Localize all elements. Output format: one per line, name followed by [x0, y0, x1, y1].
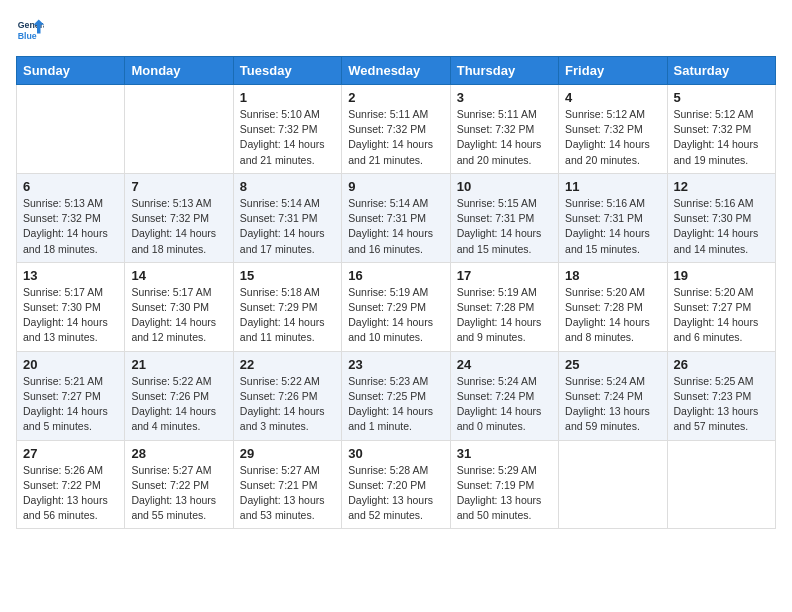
calendar-cell: 28Sunrise: 5:27 AM Sunset: 7:22 PM Dayli…: [125, 440, 233, 529]
calendar-cell: 10Sunrise: 5:15 AM Sunset: 7:31 PM Dayli…: [450, 173, 558, 262]
day-info: Sunrise: 5:11 AM Sunset: 7:32 PM Dayligh…: [457, 107, 552, 168]
day-number: 24: [457, 357, 552, 372]
day-info: Sunrise: 5:22 AM Sunset: 7:26 PM Dayligh…: [240, 374, 335, 435]
day-number: 21: [131, 357, 226, 372]
calendar-cell: 18Sunrise: 5:20 AM Sunset: 7:28 PM Dayli…: [559, 262, 667, 351]
weekday-header: Saturday: [667, 57, 775, 85]
day-info: Sunrise: 5:17 AM Sunset: 7:30 PM Dayligh…: [23, 285, 118, 346]
day-number: 13: [23, 268, 118, 283]
day-info: Sunrise: 5:14 AM Sunset: 7:31 PM Dayligh…: [348, 196, 443, 257]
day-number: 29: [240, 446, 335, 461]
day-info: Sunrise: 5:12 AM Sunset: 7:32 PM Dayligh…: [674, 107, 769, 168]
calendar-cell: 7Sunrise: 5:13 AM Sunset: 7:32 PM Daylig…: [125, 173, 233, 262]
calendar-cell: 20Sunrise: 5:21 AM Sunset: 7:27 PM Dayli…: [17, 351, 125, 440]
day-info: Sunrise: 5:27 AM Sunset: 7:21 PM Dayligh…: [240, 463, 335, 524]
calendar-week-row: 13Sunrise: 5:17 AM Sunset: 7:30 PM Dayli…: [17, 262, 776, 351]
calendar-cell: 15Sunrise: 5:18 AM Sunset: 7:29 PM Dayli…: [233, 262, 341, 351]
day-number: 1: [240, 90, 335, 105]
day-info: Sunrise: 5:17 AM Sunset: 7:30 PM Dayligh…: [131, 285, 226, 346]
calendar-cell: 29Sunrise: 5:27 AM Sunset: 7:21 PM Dayli…: [233, 440, 341, 529]
calendar-cell: 2Sunrise: 5:11 AM Sunset: 7:32 PM Daylig…: [342, 85, 450, 174]
calendar-cell: 19Sunrise: 5:20 AM Sunset: 7:27 PM Dayli…: [667, 262, 775, 351]
day-info: Sunrise: 5:16 AM Sunset: 7:31 PM Dayligh…: [565, 196, 660, 257]
day-info: Sunrise: 5:24 AM Sunset: 7:24 PM Dayligh…: [457, 374, 552, 435]
weekday-header: Thursday: [450, 57, 558, 85]
weekday-header: Sunday: [17, 57, 125, 85]
day-number: 26: [674, 357, 769, 372]
logo-icon: General Blue: [16, 16, 44, 44]
calendar-cell: 5Sunrise: 5:12 AM Sunset: 7:32 PM Daylig…: [667, 85, 775, 174]
weekday-header: Wednesday: [342, 57, 450, 85]
day-info: Sunrise: 5:23 AM Sunset: 7:25 PM Dayligh…: [348, 374, 443, 435]
day-info: Sunrise: 5:20 AM Sunset: 7:28 PM Dayligh…: [565, 285, 660, 346]
day-info: Sunrise: 5:14 AM Sunset: 7:31 PM Dayligh…: [240, 196, 335, 257]
calendar-cell: 14Sunrise: 5:17 AM Sunset: 7:30 PM Dayli…: [125, 262, 233, 351]
calendar-week-row: 27Sunrise: 5:26 AM Sunset: 7:22 PM Dayli…: [17, 440, 776, 529]
day-info: Sunrise: 5:25 AM Sunset: 7:23 PM Dayligh…: [674, 374, 769, 435]
day-info: Sunrise: 5:16 AM Sunset: 7:30 PM Dayligh…: [674, 196, 769, 257]
calendar-cell: 3Sunrise: 5:11 AM Sunset: 7:32 PM Daylig…: [450, 85, 558, 174]
calendar-cell: 27Sunrise: 5:26 AM Sunset: 7:22 PM Dayli…: [17, 440, 125, 529]
day-number: 18: [565, 268, 660, 283]
calendar-cell: [667, 440, 775, 529]
calendar-cell: [17, 85, 125, 174]
weekday-header: Friday: [559, 57, 667, 85]
day-number: 23: [348, 357, 443, 372]
day-number: 17: [457, 268, 552, 283]
svg-text:Blue: Blue: [18, 31, 37, 41]
weekday-header: Monday: [125, 57, 233, 85]
calendar-cell: 11Sunrise: 5:16 AM Sunset: 7:31 PM Dayli…: [559, 173, 667, 262]
calendar-cell: 16Sunrise: 5:19 AM Sunset: 7:29 PM Dayli…: [342, 262, 450, 351]
day-number: 10: [457, 179, 552, 194]
day-number: 15: [240, 268, 335, 283]
day-info: Sunrise: 5:24 AM Sunset: 7:24 PM Dayligh…: [565, 374, 660, 435]
calendar-header-row: SundayMondayTuesdayWednesdayThursdayFrid…: [17, 57, 776, 85]
calendar-cell: 21Sunrise: 5:22 AM Sunset: 7:26 PM Dayli…: [125, 351, 233, 440]
day-info: Sunrise: 5:20 AM Sunset: 7:27 PM Dayligh…: [674, 285, 769, 346]
calendar-cell: 26Sunrise: 5:25 AM Sunset: 7:23 PM Dayli…: [667, 351, 775, 440]
calendar-cell: 23Sunrise: 5:23 AM Sunset: 7:25 PM Dayli…: [342, 351, 450, 440]
calendar-cell: 22Sunrise: 5:22 AM Sunset: 7:26 PM Dayli…: [233, 351, 341, 440]
day-info: Sunrise: 5:19 AM Sunset: 7:29 PM Dayligh…: [348, 285, 443, 346]
day-info: Sunrise: 5:15 AM Sunset: 7:31 PM Dayligh…: [457, 196, 552, 257]
calendar-cell: 24Sunrise: 5:24 AM Sunset: 7:24 PM Dayli…: [450, 351, 558, 440]
calendar-cell: 13Sunrise: 5:17 AM Sunset: 7:30 PM Dayli…: [17, 262, 125, 351]
day-number: 22: [240, 357, 335, 372]
calendar-week-row: 20Sunrise: 5:21 AM Sunset: 7:27 PM Dayli…: [17, 351, 776, 440]
day-number: 20: [23, 357, 118, 372]
day-number: 16: [348, 268, 443, 283]
weekday-header: Tuesday: [233, 57, 341, 85]
day-number: 2: [348, 90, 443, 105]
logo: General Blue: [16, 16, 48, 44]
day-number: 12: [674, 179, 769, 194]
day-number: 19: [674, 268, 769, 283]
calendar-cell: 30Sunrise: 5:28 AM Sunset: 7:20 PM Dayli…: [342, 440, 450, 529]
calendar-week-row: 6Sunrise: 5:13 AM Sunset: 7:32 PM Daylig…: [17, 173, 776, 262]
calendar-cell: 8Sunrise: 5:14 AM Sunset: 7:31 PM Daylig…: [233, 173, 341, 262]
day-info: Sunrise: 5:12 AM Sunset: 7:32 PM Dayligh…: [565, 107, 660, 168]
day-number: 27: [23, 446, 118, 461]
day-number: 25: [565, 357, 660, 372]
page-header: General Blue: [16, 16, 776, 44]
calendar-cell: 1Sunrise: 5:10 AM Sunset: 7:32 PM Daylig…: [233, 85, 341, 174]
calendar-cell: 6Sunrise: 5:13 AM Sunset: 7:32 PM Daylig…: [17, 173, 125, 262]
day-number: 31: [457, 446, 552, 461]
day-number: 30: [348, 446, 443, 461]
calendar-cell: [559, 440, 667, 529]
day-info: Sunrise: 5:26 AM Sunset: 7:22 PM Dayligh…: [23, 463, 118, 524]
day-number: 8: [240, 179, 335, 194]
day-info: Sunrise: 5:18 AM Sunset: 7:29 PM Dayligh…: [240, 285, 335, 346]
day-number: 14: [131, 268, 226, 283]
calendar-cell: 25Sunrise: 5:24 AM Sunset: 7:24 PM Dayli…: [559, 351, 667, 440]
calendar-table: SundayMondayTuesdayWednesdayThursdayFrid…: [16, 56, 776, 529]
calendar-cell: 4Sunrise: 5:12 AM Sunset: 7:32 PM Daylig…: [559, 85, 667, 174]
day-info: Sunrise: 5:13 AM Sunset: 7:32 PM Dayligh…: [131, 196, 226, 257]
day-info: Sunrise: 5:10 AM Sunset: 7:32 PM Dayligh…: [240, 107, 335, 168]
day-number: 5: [674, 90, 769, 105]
day-info: Sunrise: 5:11 AM Sunset: 7:32 PM Dayligh…: [348, 107, 443, 168]
calendar-cell: 31Sunrise: 5:29 AM Sunset: 7:19 PM Dayli…: [450, 440, 558, 529]
day-info: Sunrise: 5:27 AM Sunset: 7:22 PM Dayligh…: [131, 463, 226, 524]
calendar-cell: 12Sunrise: 5:16 AM Sunset: 7:30 PM Dayli…: [667, 173, 775, 262]
day-number: 11: [565, 179, 660, 194]
calendar-week-row: 1Sunrise: 5:10 AM Sunset: 7:32 PM Daylig…: [17, 85, 776, 174]
